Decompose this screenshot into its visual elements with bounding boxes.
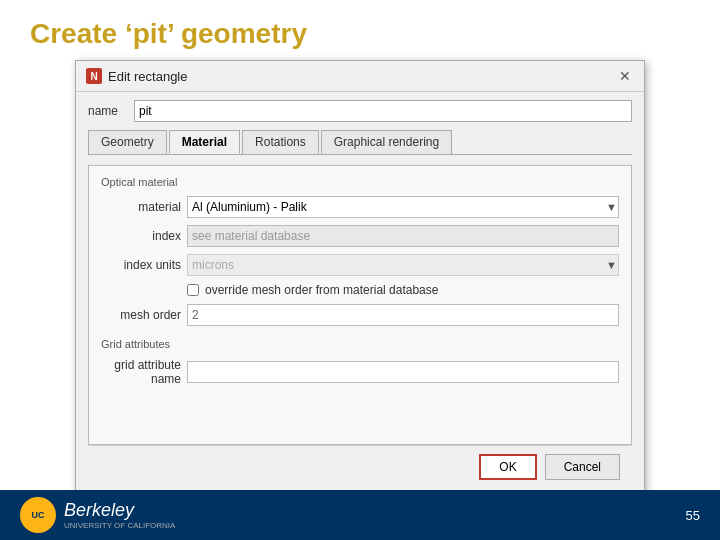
index-units-dropdown[interactable]: microns [187,254,619,276]
index-input [187,225,619,247]
index-label: index [101,229,181,243]
material-dropdown-wrapper: Al (Aluminium) - Palik ▼ [187,196,619,218]
berkeley-logo: UC Berkeley UNIVERSITY OF CALIFORNIA [20,497,175,533]
grid-section-label: Grid attributes [101,338,619,350]
override-checkbox[interactable] [187,284,199,296]
tab-material[interactable]: Material [169,130,240,154]
material-row: material Al (Aluminium) - Palik ▼ [101,196,619,218]
index-units-label: index units [101,258,181,272]
dialog-title: Edit rectangle [108,69,188,84]
dialog-footer: OK Cancel [88,445,632,490]
grid-attribute-row: grid attribute name [101,358,619,386]
name-label: name [88,104,128,118]
tab-geometry[interactable]: Geometry [88,130,167,154]
dialog-titlebar: N Edit rectangle ✕ [76,61,644,92]
grid-attribute-label: grid attribute name [101,358,181,386]
override-row: override mesh order from material databa… [187,283,619,297]
grid-attribute-input[interactable] [187,361,619,383]
dialog-body: name Geometry Material Rotations Graphic… [76,92,644,502]
ok-button[interactable]: OK [479,454,536,480]
tab-content: Optical material material Al (Aluminium)… [88,165,632,445]
optical-section-label: Optical material [101,176,619,188]
berkeley-seal: UC [20,497,56,533]
name-row: name [88,100,632,122]
titlebar-left: N Edit rectangle [86,68,188,84]
close-button[interactable]: ✕ [616,67,634,85]
material-dropdown[interactable]: Al (Aluminium) - Palik [187,196,619,218]
dialog-app-icon: N [86,68,102,84]
index-units-dropdown-wrapper: microns ▼ [187,254,619,276]
slide-number: 55 [686,508,700,523]
tab-rotations[interactable]: Rotations [242,130,319,154]
mesh-order-row: mesh order [101,304,619,326]
mesh-order-label: mesh order [101,308,181,322]
cancel-button[interactable]: Cancel [545,454,620,480]
tab-graphical[interactable]: Graphical rendering [321,130,452,154]
name-input[interactable] [134,100,632,122]
page-title: Create ‘pit’ geometry [0,0,720,60]
dialog: N Edit rectangle ✕ name Geometry Materia… [75,60,645,503]
berkeley-text-group: Berkeley UNIVERSITY OF CALIFORNIA [64,500,175,530]
material-label: material [101,200,181,214]
mesh-order-input[interactable] [187,304,619,326]
berkeley-subtext: UNIVERSITY OF CALIFORNIA [64,521,175,530]
tabs: Geometry Material Rotations Graphical re… [88,130,632,155]
berkeley-footer: UC Berkeley UNIVERSITY OF CALIFORNIA 55 [0,490,720,540]
berkeley-name: Berkeley [64,500,175,521]
override-label: override mesh order from material databa… [205,283,438,297]
index-row: index [101,225,619,247]
index-units-row: index units microns ▼ [101,254,619,276]
